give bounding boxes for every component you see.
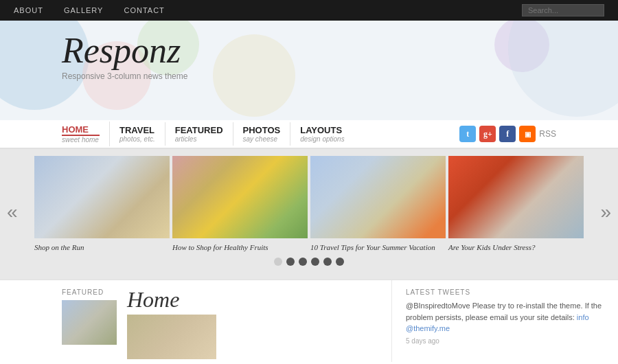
nav-item-travel-sub: photos, etc. [119,135,155,143]
site-tagline: Responsive 3-column news theme [62,71,618,81]
image-slider: « » Shop on the Run How to Shop for Heal… [0,149,618,280]
nav-item-featured-sub: articles [175,135,223,143]
slide-3-image [310,156,446,238]
dot-6[interactable] [336,258,344,266]
slide-4-image [448,156,584,238]
featured-image-big [127,315,216,359]
nav-item-featured-label: FEATURED [175,125,223,135]
dot-2[interactable] [286,258,295,266]
site-header: Responz Responsive 3-column news theme [0,21,618,120]
nav-item-featured[interactable]: FEATURED articles [165,122,233,146]
tweets-section: LATEST TWEETS @BInspiredtoMove Please tr… [391,280,618,362]
slide-3 [310,156,446,238]
nav-item-layouts[interactable]: LAYOUTS design options [290,122,354,146]
nav-item-travel[interactable]: TRAVEL photos, etc. [110,122,165,146]
featured-left: FEATURED [62,288,117,354]
social-links: t g+ f ▣ RSS [459,126,556,142]
dot-1[interactable] [274,258,282,266]
slider-next-button[interactable]: » [593,203,618,222]
slider-captions: Shop on the Run How to Shop for Healthy … [34,242,584,252]
nav-contact[interactable]: CONTACT [124,6,164,14]
tweet-timestamp: 5 days ago [406,337,604,345]
tweets-label: LATEST TWEETS [406,288,604,296]
nav-item-photos-sub: say cheese [243,135,281,143]
featured-title: Home [127,288,378,310]
slide-caption-1: Shop on the Run [34,242,170,252]
nav-item-travel-label: TRAVEL [119,125,155,135]
bottom-section: FEATURED Home LATEST TWEETS @BInspiredto… [0,280,618,362]
slide-2-image [172,156,308,238]
slide-1-image [34,156,170,238]
twitter-button[interactable]: t [459,126,476,142]
dot-3[interactable] [299,258,307,266]
dot-4[interactable] [311,258,319,266]
search-input[interactable] [522,4,604,16]
nav-item-layouts-sub: design options [300,135,345,143]
slider-dots [0,258,618,266]
nav-item-layouts-label: LAYOUTS [300,125,345,135]
featured-section: FEATURED Home [0,280,391,362]
slide-caption-3: 10 Travel Tips for Your Summer Vacation [310,242,446,252]
nav-gallery[interactable]: GALLERY [64,6,104,14]
slider-prev-button[interactable]: « [0,203,25,222]
slider-images-container [34,149,584,238]
slide-2 [172,156,308,238]
featured-thumbnail [62,300,117,345]
nav-item-home[interactable]: HOME sweet home [62,122,110,146]
nav-about[interactable]: ABOUT [14,6,43,14]
slide-caption-2: How to Shop for Healthy Fruits [172,242,308,252]
dot-5[interactable] [323,258,332,266]
nav-item-home-sub: sweet home [62,136,100,144]
featured-content: Home [127,288,378,354]
top-navbar: ABOUT GALLERY CONTACT [0,0,618,21]
nav-item-home-label: HOME [62,124,100,136]
site-logo[interactable]: Responz [62,33,618,69]
nav-item-photos[interactable]: PHOTOS say cheese [233,122,291,146]
tweet-body: @BInspiredtoMove Please try to re-instal… [406,300,604,334]
slide-4 [448,156,584,238]
gplus-button[interactable]: g+ [479,126,496,142]
nav-item-photos-label: PHOTOS [243,125,281,135]
facebook-button[interactable]: f [499,126,516,142]
main-nav: HOME sweet home TRAVEL photos, etc. FEAT… [0,120,618,149]
rss-label[interactable]: RSS [539,129,556,139]
slide-caption-4: Are Your Kids Under Stress? [448,242,584,252]
featured-label: FEATURED [62,288,117,296]
rss-icon-button[interactable]: ▣ [519,126,536,142]
slide-1 [34,156,170,238]
header-logo-area: Responz Responsive 3-column news theme [0,21,618,81]
tweet-handle[interactable]: @BInspiredtoMove [406,302,470,310]
